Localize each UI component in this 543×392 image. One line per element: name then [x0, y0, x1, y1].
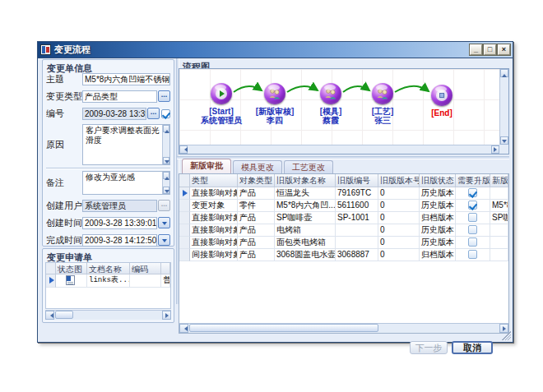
flow-node-end[interactable]: [End] — [407, 85, 476, 118]
upgrade-checkbox[interactable] — [468, 213, 477, 222]
scrollbar-thumb[interactable] — [189, 324, 378, 332]
detail-hscrollbar[interactable] — [179, 323, 508, 333]
scrollbar-corner — [499, 145, 508, 154]
window-body: 变更单信息 主题 M5*8内六角凹端不锈钢紧固螺钉 变更类型 产品类型 ... … — [38, 58, 513, 342]
subject-input[interactable]: M5*8内六角凹端不锈钢紧固螺钉 — [82, 73, 170, 85]
upgrade-checkbox[interactable] — [468, 250, 477, 259]
scroll-down-icon[interactable] — [500, 136, 508, 145]
create-time-dropdown-icon[interactable] — [158, 217, 170, 228]
scroll-right-icon[interactable] — [162, 311, 171, 320]
window-title: 变更流程 — [54, 44, 470, 56]
remark-row: 备注 修改为亚光感 — [46, 171, 170, 195]
change-type-picker-button[interactable]: ... — [158, 90, 170, 102]
col-type[interactable]: 类型 — [190, 174, 238, 187]
minimize-button[interactable]: _ — [470, 44, 482, 55]
play-icon — [220, 90, 228, 97]
table-row[interactable]: 直接影响对象产品 恒温龙头79169TC 0历史版本 — [179, 187, 508, 200]
number-row: 编号 2009-03-28 13:39:01 ... — [46, 107, 170, 120]
title-bar[interactable]: 变更流程 _ □ × — [38, 42, 513, 58]
create-time-input[interactable]: 2009-3-28 13:39:01 — [82, 217, 157, 229]
create-time-row: 创建时间 2009-3-28 13:39:01 — [46, 216, 170, 229]
tab-new-version-approval[interactable]: 新版审批 — [182, 159, 231, 173]
scroll-down-icon[interactable] — [163, 187, 169, 194]
reason-row: 原因 客户要求调整表面光滑度 — [46, 124, 170, 165]
request-hscrollbar[interactable] — [45, 310, 171, 320]
reason-text: 客户要求调整表面光滑度 — [86, 126, 160, 145]
col-old-ver[interactable]: 旧版版本号 — [378, 174, 420, 187]
reason-label: 原因 — [46, 139, 82, 151]
number-checkbox[interactable] — [161, 109, 170, 118]
page-background: 变更流程 _ □ × 变更单信息 主题 M5*8内六角凹端不锈钢紧固螺钉 变更类… — [0, 0, 543, 392]
cube-icon — [439, 93, 444, 98]
divider — [46, 168, 170, 169]
col-old-name[interactable]: 旧版对象名称 — [275, 174, 336, 187]
number-picker-button[interactable]: ... — [147, 108, 160, 119]
table-row[interactable]: 直接影响对象产品 电烤箱 0历史版本 — [179, 224, 508, 237]
change-type-label: 变更类型 — [46, 90, 82, 103]
col-obj-type[interactable]: 对象类型 — [238, 174, 275, 187]
subject-label: 主题 — [46, 73, 82, 85]
upgrade-checkbox[interactable] — [468, 188, 477, 197]
scrollbar-thumb[interactable] — [55, 311, 73, 319]
table-row[interactable]: 间接影响对象产品 3068圆盖电水壶3068887 0归档版本 — [179, 249, 508, 261]
number-input[interactable]: 2009-03-28 13:39:01 — [82, 108, 146, 120]
flow-vscrollbar[interactable] — [499, 69, 508, 145]
tab-mold-change[interactable]: 模具更改 — [233, 160, 282, 173]
col-new-name[interactable]: 新版 — [490, 174, 508, 187]
people-icon — [372, 83, 393, 104]
remark-scrollbar[interactable] — [162, 172, 169, 194]
request-grid: 状态图 文档名称 编码 links表... 普通 — [45, 262, 171, 309]
scroll-up-icon[interactable] — [163, 125, 169, 132]
col-upgrade[interactable]: 需要升版 — [456, 174, 490, 187]
cancel-button[interactable]: 取消 — [452, 341, 493, 354]
resize-grip-icon[interactable] — [502, 331, 511, 340]
col-extra[interactable] — [161, 263, 170, 274]
row-indicator-header — [179, 174, 190, 187]
col-status-icon[interactable]: 状态图 — [56, 263, 87, 274]
col-old-no[interactable]: 旧版编号 — [336, 174, 378, 187]
reason-scrollbar[interactable] — [162, 125, 169, 164]
app-icon — [40, 44, 51, 55]
change-process-window: 变更流程 _ □ × 变更单信息 主题 M5*8内六角凹端不锈钢紧固螺钉 变更类… — [37, 41, 513, 343]
end-node-icon — [431, 85, 452, 106]
document-icon — [66, 275, 75, 285]
maximize-button[interactable]: □ — [484, 44, 496, 55]
remark-textarea[interactable]: 修改为亚光感 — [82, 171, 170, 195]
finish-time-input[interactable]: 2009-3-28 14:12:50 — [82, 234, 157, 247]
col-old-status[interactable]: 旧版状态 — [420, 174, 456, 187]
scroll-down-icon[interactable] — [163, 157, 169, 164]
close-button[interactable]: × — [498, 44, 510, 55]
remark-text: 修改为亚光感 — [86, 173, 135, 182]
create-time-label: 创建时间 — [46, 217, 82, 229]
number-label: 编号 — [46, 108, 82, 120]
scroll-left-icon[interactable] — [45, 311, 54, 320]
request-row[interactable]: links表... 普通 — [46, 274, 170, 288]
tab-craft-change[interactable]: 工艺更改 — [284, 160, 333, 173]
col-doc-name[interactable]: 文档名称 — [87, 263, 130, 274]
table-row[interactable]: 直接影响对象产品 SP咖啡壶SP-1001 0归档版本 SP咖 — [179, 212, 508, 224]
scroll-up-icon[interactable] — [163, 172, 169, 179]
reason-textarea[interactable]: 客户要求调整表面光滑度 — [82, 124, 170, 165]
people-icon — [264, 83, 285, 104]
col-code[interactable]: 编码 — [130, 263, 161, 274]
scroll-left-icon[interactable] — [179, 145, 188, 154]
upgrade-checkbox[interactable] — [468, 225, 477, 234]
upgrade-checkbox[interactable] — [468, 238, 477, 247]
table-row[interactable]: 变更对象零件 M5*8内六角凹...5611600 0历史版本 M5*8 — [179, 200, 508, 212]
finish-time-dropdown-icon[interactable] — [158, 234, 170, 246]
scroll-left-icon[interactable] — [179, 324, 188, 333]
detail-grid: 类型 对象类型 旧版对象名称 旧版编号 旧版版本号 旧版状态 需要升版 新版 直… — [179, 173, 509, 334]
change-type-row: 变更类型 产品类型 ... — [46, 90, 170, 103]
table-row[interactable]: 直接影响对象产品 面包类电烤箱 0历史版本 — [179, 237, 508, 249]
change-type-input[interactable]: 产品类型 — [82, 90, 157, 103]
scroll-right-icon[interactable] — [491, 145, 499, 154]
flow-hscrollbar[interactable] — [179, 145, 499, 154]
start-node-icon — [211, 83, 232, 104]
next-button: 下一步 — [410, 341, 448, 354]
flow-chart-canvas[interactable]: [Start] 系统管理员 [新版审核] 李四 — [179, 69, 499, 145]
people-icon — [320, 83, 341, 104]
upgrade-checkbox[interactable] — [468, 201, 477, 210]
creator-input[interactable]: 系统管理员 — [82, 200, 157, 212]
scroll-up-icon[interactable] — [500, 69, 508, 77]
subject-row: 主题 M5*8内六角凹端不锈钢紧固螺钉 — [46, 72, 170, 85]
